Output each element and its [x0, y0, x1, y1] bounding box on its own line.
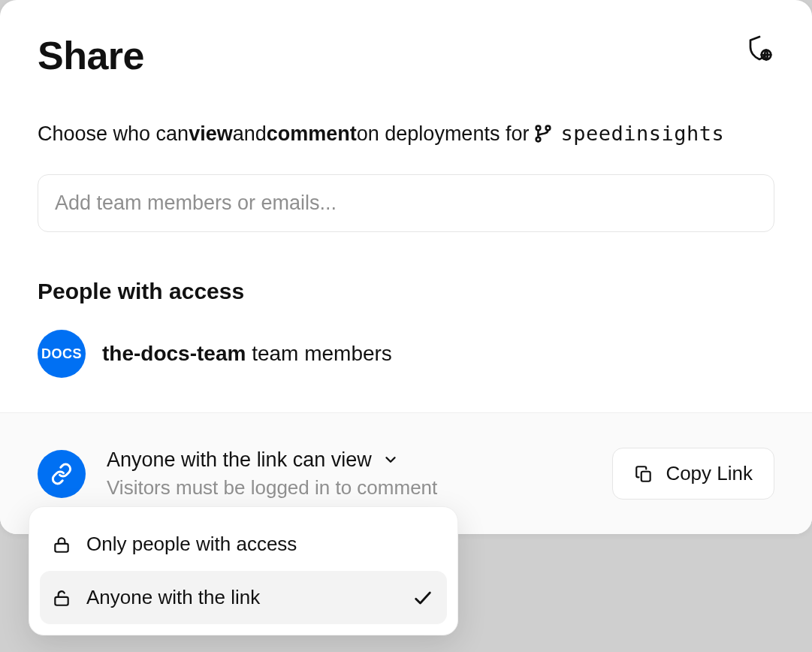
- access-heading: People with access: [38, 279, 774, 304]
- shield-globe-button[interactable]: [744, 33, 774, 63]
- copy-link-label: Copy Link: [666, 462, 753, 485]
- permission-dropdown: Only people with access Anyone with the …: [29, 506, 458, 635]
- svg-rect-5: [55, 543, 68, 551]
- branch-name: speedinsights: [560, 120, 724, 147]
- copy-icon: [634, 464, 654, 484]
- chevron-down-icon: [382, 451, 399, 468]
- svg-rect-6: [55, 596, 68, 605]
- lock-closed-icon: [52, 535, 71, 554]
- dropdown-option-label: Anyone with the link: [86, 586, 260, 609]
- team-name: the-docs-team: [102, 342, 246, 365]
- link-icon: [50, 463, 73, 485]
- dropdown-option-anyone-link[interactable]: Anyone with the link: [40, 571, 447, 624]
- modal-description: Choose who can view and comment on deplo…: [38, 120, 774, 147]
- desc-suffix: on deployments for: [357, 120, 530, 147]
- lock-open-icon: [52, 588, 71, 608]
- check-icon: [412, 587, 433, 608]
- svg-rect-4: [641, 472, 651, 481]
- branch-icon: [533, 124, 553, 143]
- access-member-row: DOCS the-docs-team team members: [38, 330, 774, 378]
- avatar-label: DOCS: [41, 346, 82, 362]
- desc-prefix: Choose who can: [38, 120, 189, 147]
- desc-comment-word: comment: [267, 120, 357, 147]
- desc-view-word: view: [189, 120, 233, 147]
- modal-title: Share: [38, 33, 144, 78]
- permission-subtext: Visitors must be logged in to comment: [107, 476, 437, 500]
- dropdown-option-only-access[interactable]: Only people with access: [40, 518, 447, 571]
- permission-selector[interactable]: Anyone with the link can view: [107, 448, 437, 472]
- team-label: the-docs-team team members: [102, 342, 392, 366]
- permission-current: Anyone with the link can view: [107, 448, 372, 472]
- shield-globe-icon: [746, 35, 773, 62]
- desc-mid: and: [233, 120, 267, 147]
- team-avatar: DOCS: [38, 330, 86, 378]
- team-suffix: team members: [246, 342, 392, 365]
- add-members-input[interactable]: [38, 174, 774, 232]
- dropdown-option-label: Only people with access: [86, 533, 297, 556]
- share-modal: Share Choose who can view and comment on…: [0, 0, 812, 534]
- copy-link-button[interactable]: Copy Link: [612, 448, 774, 500]
- link-badge: [38, 450, 86, 498]
